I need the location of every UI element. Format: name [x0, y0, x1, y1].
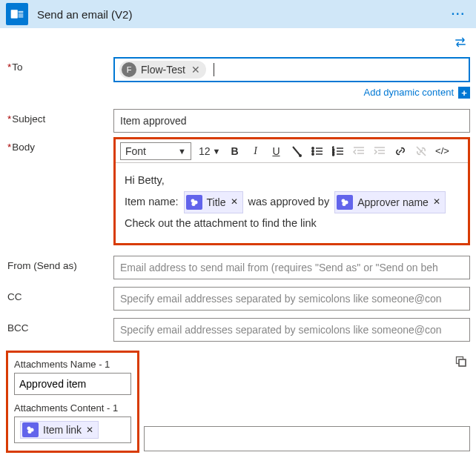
action-title: Send an email (V2): [37, 8, 132, 21]
sharepoint-token-icon: [337, 195, 353, 210]
svg-point-8: [312, 153, 314, 154]
token-remove-icon[interactable]: ✕: [86, 425, 93, 435]
svg-point-3: [299, 154, 302, 157]
link-button[interactable]: [391, 142, 410, 161]
color-button[interactable]: [287, 142, 306, 161]
underline-button[interactable]: U: [266, 142, 285, 161]
add-dynamic-content-link[interactable]: Add dynamic content: [364, 87, 454, 99]
svg-point-27: [343, 202, 346, 206]
number-list-button[interactable]: 123: [328, 142, 348, 161]
font-select[interactable]: Font▼: [120, 142, 191, 160]
size-select[interactable]: 12▼: [196, 142, 223, 160]
remove-recipient-icon[interactable]: ✕: [191, 64, 200, 76]
subject-label: *Subject: [6, 109, 113, 125]
body-line-item: Item name: Title ✕ was approved by Appro…: [125, 191, 459, 214]
action-header: Send an email (V2) ···: [0, 0, 476, 28]
from-input[interactable]: [113, 256, 470, 279]
svg-point-6: [312, 150, 314, 151]
svg-text:3: 3: [332, 152, 334, 156]
rte-toolbar: Font▼ 12▼ B I U 123 </>: [116, 139, 468, 163]
token-approver[interactable]: Approver name ✕: [334, 191, 446, 214]
sharepoint-token-icon: [186, 195, 202, 210]
token-remove-icon[interactable]: ✕: [231, 193, 238, 210]
token-title[interactable]: Title ✕: [184, 191, 243, 214]
recipient-name: Flow-Test: [141, 64, 185, 76]
attachment-name-label: Attachments Name - 1: [14, 359, 131, 370]
bcc-input[interactable]: [113, 318, 470, 342]
text-caret: [214, 63, 214, 76]
body-line-greeting: Hi Betty,: [125, 170, 459, 191]
body-line-closing: Check out the attachment to find the lin…: [125, 213, 459, 234]
switch-array-mode-icon[interactable]: [452, 353, 470, 373]
svg-rect-1: [19, 11, 24, 13]
outlook-icon: [6, 3, 28, 25]
svg-point-4: [312, 147, 314, 148]
body-content[interactable]: Hi Betty, Item name: Title ✕ was approve…: [116, 163, 468, 243]
token-remove-icon[interactable]: ✕: [433, 193, 440, 210]
attachments-highlight: Attachments Name - 1 Attachments Content…: [6, 351, 139, 453]
unlink-button[interactable]: [411, 142, 431, 161]
svg-rect-2: [19, 13, 24, 18]
svg-point-33: [28, 430, 32, 434]
header-menu-button[interactable]: ···: [452, 0, 466, 28]
subject-input[interactable]: [113, 109, 470, 133]
svg-point-24: [191, 202, 195, 206]
attachment-content-outer[interactable]: [144, 426, 470, 451]
cc-label: CC: [6, 287, 113, 302]
bcc-label: BCC: [6, 318, 113, 333]
from-label: From (Send as): [6, 256, 113, 271]
to-label: *To: [6, 57, 113, 73]
outdent-button[interactable]: [349, 142, 368, 161]
token-item-link[interactable]: Item link ✕: [20, 421, 99, 439]
to-input[interactable]: F Flow-Test ✕: [113, 57, 470, 82]
cc-input[interactable]: [113, 287, 470, 311]
bold-button[interactable]: B: [225, 142, 244, 161]
sharepoint-token-icon: [22, 422, 39, 437]
body-editor: Font▼ 12▼ B I U 123 </> Hi Betty,: [113, 137, 470, 245]
attachment-content-label: Attachments Content - 1: [14, 402, 131, 414]
svg-rect-0: [11, 10, 18, 19]
svg-rect-29: [459, 359, 466, 366]
avatar: F: [122, 62, 136, 77]
body-label: *Body: [6, 137, 113, 153]
attachment-name-input[interactable]: [14, 373, 131, 395]
code-view-button[interactable]: </>: [432, 142, 452, 161]
italic-button[interactable]: I: [245, 142, 265, 161]
attachments-section: Attachments Name - 1 Attachments Content…: [6, 351, 470, 453]
attachment-content-input[interactable]: Item link ✕: [14, 416, 131, 443]
indent-button[interactable]: [370, 142, 389, 161]
swap-icon[interactable]: [454, 37, 467, 50]
bullet-list-button[interactable]: [308, 142, 327, 161]
recipient-chip[interactable]: F Flow-Test ✕: [119, 61, 206, 79]
dynamic-content-plus-icon[interactable]: +: [458, 87, 470, 99]
